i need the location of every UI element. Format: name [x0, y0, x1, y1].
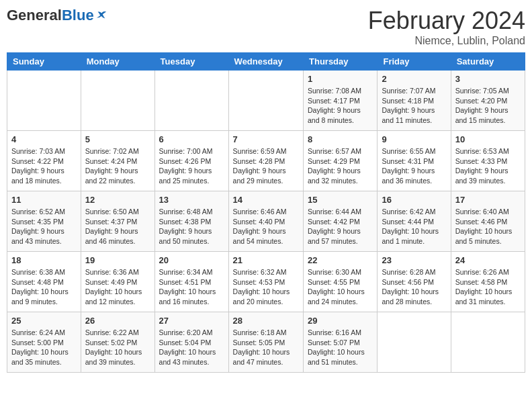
calendar-cell: 22Sunrise: 6:30 AM Sunset: 4:55 PM Dayli…	[304, 252, 378, 312]
logo-general-text: General	[7, 7, 62, 24]
day-number: 15	[308, 195, 373, 205]
calendar-cell: 3Sunrise: 7:05 AM Sunset: 4:20 PM Daylig…	[451, 71, 525, 131]
calendar-cell: 26Sunrise: 6:22 AM Sunset: 5:02 PM Dayli…	[81, 312, 154, 373]
logo: GeneralBlue	[7, 7, 107, 24]
header-day-thursday: Thursday	[304, 53, 378, 71]
calendar-cell: 4Sunrise: 7:03 AM Sunset: 4:22 PM Daylig…	[7, 131, 81, 191]
day-number: 12	[85, 195, 150, 205]
day-number: 18	[11, 255, 77, 265]
calendar-cell	[81, 71, 154, 131]
day-info: Sunrise: 7:08 AM Sunset: 4:17 PM Dayligh…	[308, 86, 373, 126]
day-number: 5	[85, 134, 150, 144]
day-info: Sunrise: 6:26 AM Sunset: 4:58 PM Dayligh…	[455, 267, 521, 307]
calendar-cell	[378, 312, 451, 373]
day-info: Sunrise: 6:46 AM Sunset: 4:40 PM Dayligh…	[233, 207, 299, 246]
month-title: February 2024	[368, 7, 525, 35]
calendar-cell: 29Sunrise: 6:16 AM Sunset: 5:07 PM Dayli…	[304, 312, 378, 373]
day-number: 1	[308, 74, 373, 84]
day-info: Sunrise: 6:34 AM Sunset: 4:51 PM Dayligh…	[159, 267, 224, 307]
calendar-cell	[7, 71, 81, 131]
day-info: Sunrise: 6:22 AM Sunset: 5:02 PM Dayligh…	[85, 328, 150, 367]
day-info: Sunrise: 6:57 AM Sunset: 4:29 PM Dayligh…	[308, 146, 373, 186]
day-number: 10	[455, 134, 521, 144]
header: GeneralBlue February 2024 Niemce, Lublin…	[7, 7, 525, 47]
week-row-2: 4Sunrise: 7:03 AM Sunset: 4:22 PM Daylig…	[7, 131, 525, 191]
day-info: Sunrise: 6:28 AM Sunset: 4:56 PM Dayligh…	[382, 267, 446, 307]
calendar-cell: 2Sunrise: 7:07 AM Sunset: 4:18 PM Daylig…	[378, 71, 451, 131]
day-number: 27	[159, 316, 224, 326]
calendar-cell: 12Sunrise: 6:50 AM Sunset: 4:37 PM Dayli…	[81, 191, 154, 252]
day-info: Sunrise: 6:18 AM Sunset: 5:05 PM Dayligh…	[233, 328, 299, 367]
week-row-5: 25Sunrise: 6:24 AM Sunset: 5:00 PM Dayli…	[7, 312, 525, 373]
day-info: Sunrise: 6:44 AM Sunset: 4:42 PM Dayligh…	[308, 207, 373, 246]
calendar-cell: 15Sunrise: 6:44 AM Sunset: 4:42 PM Dayli…	[304, 191, 378, 252]
day-info: Sunrise: 6:36 AM Sunset: 4:49 PM Dayligh…	[85, 267, 150, 307]
calendar-cell	[451, 312, 525, 373]
day-number: 26	[85, 316, 150, 326]
day-number: 24	[455, 255, 521, 265]
logo-blue-text: Blue	[62, 7, 94, 24]
day-number: 6	[159, 134, 224, 144]
header-row: SundayMondayTuesdayWednesdayThursdayFrid…	[7, 53, 525, 71]
calendar-cell: 10Sunrise: 6:53 AM Sunset: 4:33 PM Dayli…	[451, 131, 525, 191]
day-number: 21	[233, 255, 299, 265]
calendar-cell: 14Sunrise: 6:46 AM Sunset: 4:40 PM Dayli…	[228, 191, 303, 252]
day-info: Sunrise: 7:03 AM Sunset: 4:22 PM Dayligh…	[11, 146, 77, 186]
calendar-cell: 18Sunrise: 6:38 AM Sunset: 4:48 PM Dayli…	[7, 252, 81, 312]
day-info: Sunrise: 7:02 AM Sunset: 4:24 PM Dayligh…	[85, 146, 150, 186]
day-number: 3	[455, 74, 521, 84]
calendar-cell: 20Sunrise: 6:34 AM Sunset: 4:51 PM Dayli…	[154, 252, 228, 312]
day-info: Sunrise: 7:00 AM Sunset: 4:26 PM Dayligh…	[159, 146, 224, 186]
header-day-monday: Monday	[81, 53, 154, 71]
day-info: Sunrise: 6:40 AM Sunset: 4:46 PM Dayligh…	[455, 207, 521, 246]
day-number: 29	[308, 316, 373, 326]
day-info: Sunrise: 6:24 AM Sunset: 5:00 PM Dayligh…	[11, 328, 77, 367]
calendar-cell: 24Sunrise: 6:26 AM Sunset: 4:58 PM Dayli…	[451, 252, 525, 312]
location-subtitle: Niemce, Lublin, Poland	[368, 35, 525, 47]
day-number: 14	[233, 195, 299, 205]
day-number: 19	[85, 255, 150, 265]
calendar-table: SundayMondayTuesdayWednesdayThursdayFrid…	[7, 52, 525, 373]
header-day-wednesday: Wednesday	[228, 53, 303, 71]
calendar-cell: 13Sunrise: 6:48 AM Sunset: 4:38 PM Dayli…	[154, 191, 228, 252]
day-info: Sunrise: 6:30 AM Sunset: 4:55 PM Dayligh…	[308, 267, 373, 307]
day-number: 25	[11, 316, 77, 326]
day-number: 13	[159, 195, 224, 205]
header-day-friday: Friday	[378, 53, 451, 71]
header-day-saturday: Saturday	[451, 53, 525, 71]
calendar-cell: 11Sunrise: 6:52 AM Sunset: 4:35 PM Dayli…	[7, 191, 81, 252]
day-info: Sunrise: 6:52 AM Sunset: 4:35 PM Dayligh…	[11, 207, 77, 246]
calendar-cell: 25Sunrise: 6:24 AM Sunset: 5:00 PM Dayli…	[7, 312, 81, 373]
day-number: 28	[233, 316, 299, 326]
title-block: February 2024 Niemce, Lublin, Poland	[368, 7, 525, 47]
day-number: 8	[308, 134, 373, 144]
header-day-tuesday: Tuesday	[154, 53, 228, 71]
calendar-cell: 5Sunrise: 7:02 AM Sunset: 4:24 PM Daylig…	[81, 131, 154, 191]
day-info: Sunrise: 6:50 AM Sunset: 4:37 PM Dayligh…	[85, 207, 150, 246]
day-info: Sunrise: 6:53 AM Sunset: 4:33 PM Dayligh…	[455, 146, 521, 186]
day-info: Sunrise: 7:05 AM Sunset: 4:20 PM Dayligh…	[455, 86, 521, 126]
calendar-cell: 27Sunrise: 6:20 AM Sunset: 5:04 PM Dayli…	[154, 312, 228, 373]
day-info: Sunrise: 6:48 AM Sunset: 4:38 PM Dayligh…	[159, 207, 224, 246]
header-day-sunday: Sunday	[7, 53, 81, 71]
calendar-header: SundayMondayTuesdayWednesdayThursdayFrid…	[7, 53, 525, 71]
day-number: 17	[455, 195, 521, 205]
day-info: Sunrise: 6:20 AM Sunset: 5:04 PM Dayligh…	[159, 328, 224, 367]
day-number: 20	[159, 255, 224, 265]
calendar-cell: 23Sunrise: 6:28 AM Sunset: 4:56 PM Dayli…	[378, 252, 451, 312]
calendar-cell: 16Sunrise: 6:42 AM Sunset: 4:44 PM Dayli…	[378, 191, 451, 252]
calendar-cell: 1Sunrise: 7:08 AM Sunset: 4:17 PM Daylig…	[304, 71, 378, 131]
calendar-cell: 19Sunrise: 6:36 AM Sunset: 4:49 PM Dayli…	[81, 252, 154, 312]
day-info: Sunrise: 6:32 AM Sunset: 4:53 PM Dayligh…	[233, 267, 299, 307]
logo-bird-icon	[95, 9, 107, 21]
day-number: 11	[11, 195, 77, 205]
calendar-cell: 7Sunrise: 6:59 AM Sunset: 4:28 PM Daylig…	[228, 131, 303, 191]
calendar-cell	[228, 71, 303, 131]
day-info: Sunrise: 6:38 AM Sunset: 4:48 PM Dayligh…	[11, 267, 77, 307]
week-row-3: 11Sunrise: 6:52 AM Sunset: 4:35 PM Dayli…	[7, 191, 525, 252]
calendar-cell: 9Sunrise: 6:55 AM Sunset: 4:31 PM Daylig…	[378, 131, 451, 191]
day-number: 9	[382, 134, 446, 144]
day-info: Sunrise: 6:42 AM Sunset: 4:44 PM Dayligh…	[382, 207, 446, 246]
calendar-body: 1Sunrise: 7:08 AM Sunset: 4:17 PM Daylig…	[7, 71, 525, 373]
day-info: Sunrise: 7:07 AM Sunset: 4:18 PM Dayligh…	[382, 86, 446, 126]
